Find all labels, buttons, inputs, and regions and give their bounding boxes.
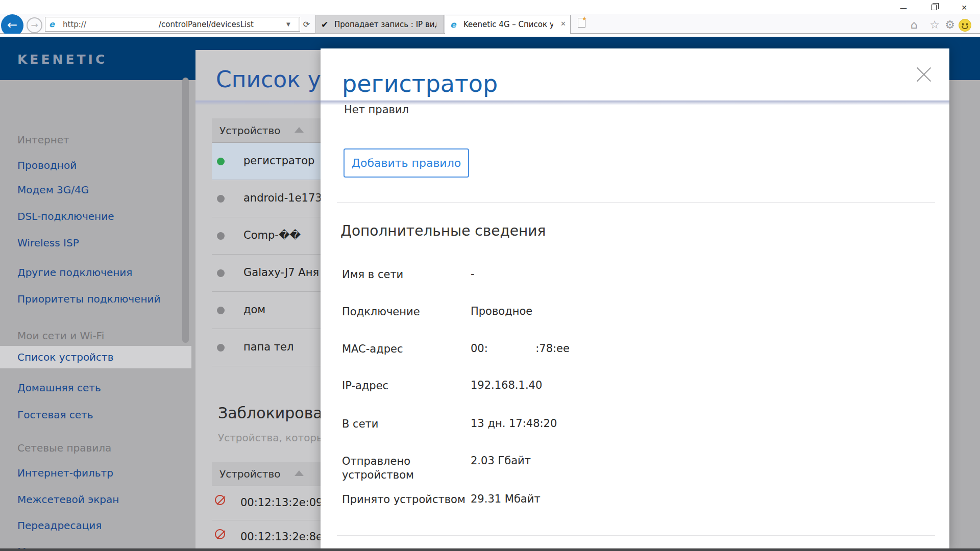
field-label-ip: IP-адрес (342, 379, 454, 393)
field-value-received: 29.31 Мбайт (471, 493, 541, 505)
sort-ascending-icon (295, 470, 304, 476)
modal-close-icon[interactable] (915, 65, 933, 84)
new-tab-star-icon: ★ (582, 15, 587, 22)
home-icon[interactable]: ⌂ (906, 18, 922, 32)
details-section-title: Дополнительные сведения (340, 222, 546, 239)
device-name: Comp-�� (243, 229, 301, 241)
settings-gear-icon[interactable]: ⚙ (942, 18, 958, 32)
sidebar-item-home-network[interactable]: Домашняя сеть (0, 377, 191, 399)
sidebar-item-dsl[interactable]: DSL-подключение (0, 205, 191, 228)
sidebar-scrollbar-thumb[interactable] (182, 78, 189, 343)
sort-ascending-icon (295, 127, 304, 133)
blocked-icon (215, 495, 225, 505)
keenetic-logo: KEENETIC (17, 52, 107, 67)
divider (337, 535, 935, 536)
field-value-sent: 2.03 Гбайт (471, 455, 531, 467)
tab-label: Пропадает запись : IP видео... (334, 20, 436, 29)
tab-close-icon[interactable]: ✕ (560, 20, 566, 28)
status-offline-dot (217, 344, 225, 352)
sidebar-item-wireless-isp[interactable]: Wireless ISP (0, 232, 191, 254)
sidebar-item-wired[interactable]: Проводной (0, 154, 191, 177)
sidebar-item-modem-3g4g[interactable]: Модем 3G/4G (0, 179, 191, 201)
checkmark-favicon: ✔ (321, 19, 330, 29)
modal-title: регистратор (342, 70, 498, 97)
status-offline-dot (217, 307, 225, 314)
refresh-icon[interactable]: ⟳ (299, 18, 314, 31)
ie-favicon: e (450, 19, 459, 29)
blocked-mac: 00:12:13:2e:8e: (240, 531, 326, 543)
field-value-network-name: - (471, 268, 475, 280)
tab-keenetic-active[interactable]: e Keenetic 4G – Список устр... ✕ (445, 15, 571, 34)
url-path: /controlPanel/devicesList (159, 20, 254, 29)
sidebar-section-network-rules: Сетевые правила (0, 437, 191, 459)
sidebar-item-other-connections[interactable]: Другие подключения (0, 261, 191, 284)
modal-header-shadow (321, 101, 949, 105)
window-minimize-button[interactable]: — (893, 2, 914, 13)
address-bar[interactable]: e http:// /controlPanel/devicesList ▼ ⟳ (45, 17, 300, 32)
sidebar-item-internet-filter[interactable]: Интернет-фильтр (0, 462, 191, 484)
no-rules-text: Нет правил (344, 104, 409, 116)
window-close-button[interactable]: ✕ (954, 2, 974, 13)
status-offline-dot (217, 232, 225, 240)
window-restore-button[interactable] (924, 2, 944, 13)
status-offline-dot (217, 195, 225, 203)
sidebar-section-my-networks: Мои сети и Wi-Fi (0, 324, 191, 347)
sidebar-item-port-forwarding[interactable]: Переадресация (0, 514, 191, 537)
device-column-header: Устройство (219, 468, 280, 480)
device-name: дом (243, 304, 265, 316)
device-column-header: Устройство (219, 124, 280, 137)
ie-page-icon: e (49, 19, 55, 29)
sidebar-item-guest-network[interactable]: Гостевая сеть (0, 404, 191, 426)
sidebar-item-connection-priorities[interactable]: Приоритеты подключений (0, 288, 191, 310)
sidebar-item-firewall[interactable]: Межсетевой экран (0, 488, 191, 511)
restore-icon (931, 5, 937, 10)
new-tab-button[interactable]: ★ (574, 17, 591, 31)
sidebar: Интернет Проводной Модем 3G/4G DSL-подкл… (0, 78, 191, 551)
device-details-modal: регистратор Нет правил Добавить правило … (321, 48, 949, 551)
device-name: папа тел (243, 341, 293, 353)
field-label-sent: Отправлено устройством (342, 455, 454, 482)
field-label-uptime: В сети (342, 417, 454, 431)
add-rule-button[interactable]: Добавить правило (344, 148, 469, 178)
feedback-smiley-icon[interactable] (959, 19, 971, 32)
status-offline-dot (217, 269, 225, 277)
device-name: Galaxy-J7 Аня (243, 266, 319, 279)
address-dropdown-icon[interactable]: ▼ (286, 21, 290, 27)
status-online-dot (217, 158, 225, 165)
sidebar-section-internet: Интернет (0, 129, 191, 151)
divider (337, 202, 935, 203)
page-viewport: KEENETIC Интернет Проводной Модем 3G/4G … (0, 34, 980, 551)
field-label-mac: MAC-адрес (342, 342, 454, 356)
field-value-connection: Проводное (471, 305, 532, 317)
device-name: регистратор (243, 155, 314, 167)
field-value-ip: 192.168.1.40 (471, 379, 542, 391)
blocked-devices-subtitle: Устройства, которы (218, 432, 325, 444)
field-label-connection: Подключение (342, 305, 454, 319)
field-value-uptime: 13 дн. 17:48:20 (471, 417, 557, 430)
tab-label: Keenetic 4G – Список устр... (463, 20, 553, 29)
url-scheme: http:// (63, 20, 86, 29)
screen-bottom-edge (0, 548, 980, 551)
favorites-star-icon[interactable]: ☆ (927, 18, 942, 32)
window-titlebar: — ✕ (0, 0, 980, 14)
tab-ip-video[interactable]: ✔ Пропадает запись : IP видео... (315, 15, 444, 34)
field-value-mac: 00: :78:ee (471, 342, 570, 355)
blocked-mac: 00:12:13:2e:09: (240, 496, 327, 509)
sidebar-item-device-list[interactable]: Список устройств (0, 346, 191, 368)
field-label-network-name: Имя в сети (342, 268, 454, 282)
blocked-icon (215, 529, 225, 539)
forward-button[interactable]: → (27, 17, 42, 33)
